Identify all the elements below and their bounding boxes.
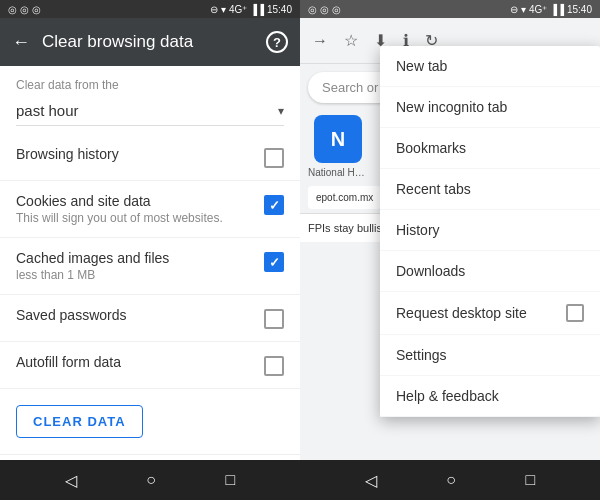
recents-nav-icon[interactable]: □ <box>226 471 236 489</box>
dropdown-menu: New tab New incognito tab Bookmarks Rece… <box>380 46 600 417</box>
back-button[interactable]: ← <box>12 32 30 53</box>
right-nav-bar: ◁ ○ □ <box>300 460 600 500</box>
left-toolbar: ← Clear browsing data ? <box>0 18 300 66</box>
menu-item-recent-tabs-label: Recent tabs <box>396 181 584 197</box>
menu-item-incognito[interactable]: New incognito tab <box>380 87 600 128</box>
menu-item-bookmarks[interactable]: Bookmarks <box>380 128 600 169</box>
request-desktop-checkbox[interactable] <box>566 304 584 322</box>
menu-item-settings-label: Settings <box>396 347 584 363</box>
menu-item-new-tab[interactable]: New tab <box>380 46 600 87</box>
left-status-right: ⊖ ▾ 4G⁺ ▐▐ 15:40 <box>210 4 292 15</box>
home-nav-icon[interactable]: ○ <box>146 471 156 489</box>
tile-national-hurricane[interactable]: N National Hurricane C... <box>308 115 368 178</box>
saved-passwords-checkbox[interactable] <box>264 309 284 329</box>
cookies-item[interactable]: Cookies and site data This will sign you… <box>0 181 300 238</box>
right-status-left: ◎ ◎ ◎ <box>308 4 341 15</box>
time-range-section: Clear data from the past hour ▾ <box>0 66 300 134</box>
autofill-label: Autofill form data <box>16 354 256 370</box>
saved-passwords-item[interactable]: Saved passwords <box>0 295 300 342</box>
forward-icon[interactable]: → <box>308 28 332 54</box>
back-nav-icon[interactable]: ◁ <box>65 471 77 490</box>
clear-data-button[interactable]: CLEAR DATA <box>16 405 143 438</box>
clear-btn-section: CLEAR DATA <box>0 389 300 454</box>
browsing-history-checkbox[interactable] <box>264 148 284 168</box>
browsing-history-item[interactable]: Browsing history <box>0 134 300 181</box>
menu-item-downloads-label: Downloads <box>396 263 584 279</box>
browsing-history-label: Browsing history <box>16 146 256 162</box>
tile-n-label: National Hurricane C... <box>308 167 368 178</box>
left-panel: ◎ ◎ ◎ ⊖ ▾ 4G⁺ ▐▐ 15:40 ← Clear browsing … <box>0 0 300 500</box>
cookies-label: Cookies and site data <box>16 193 256 209</box>
menu-item-new-tab-label: New tab <box>396 58 584 74</box>
page-title: Clear browsing data <box>42 32 254 52</box>
content-area: Clear data from the past hour ▾ Browsing… <box>0 66 300 460</box>
left-status-bar: ◎ ◎ ◎ ⊖ ▾ 4G⁺ ▐▐ 15:40 <box>0 0 300 18</box>
content-item-epot: epot.com.mx <box>308 186 381 209</box>
autofill-checkbox[interactable] <box>264 356 284 376</box>
menu-item-downloads[interactable]: Downloads <box>380 251 600 292</box>
right-status-bar: ◎ ◎ ◎ ⊖ ▾ 4G⁺ ▐▐ 15:40 <box>300 0 600 18</box>
cached-sub: less than 1 MB <box>16 268 256 282</box>
time-range-select[interactable]: past hour ▾ <box>16 96 284 126</box>
cookies-sub: This will sign you out of most websites. <box>16 211 256 225</box>
saved-passwords-label: Saved passwords <box>16 307 256 323</box>
right-status-right: ⊖ ▾ 4G⁺ ▐▐ 15:40 <box>510 4 592 15</box>
right-back-nav-icon[interactable]: ◁ <box>365 471 377 490</box>
menu-item-request-desktop[interactable]: Request desktop site <box>380 292 600 335</box>
left-status-left: ◎ ◎ ◎ <box>8 4 41 15</box>
time-range-label: Clear data from the <box>16 78 284 92</box>
bookmark-icon[interactable]: ☆ <box>340 27 362 54</box>
right-panel: ◎ ◎ ◎ ⊖ ▾ 4G⁺ ▐▐ 15:40 → ☆ ⬇ ℹ ↻ Search … <box>300 0 600 500</box>
menu-item-request-desktop-label: Request desktop site <box>396 305 566 321</box>
menu-item-recent-tabs[interactable]: Recent tabs <box>380 169 600 210</box>
menu-item-settings[interactable]: Settings <box>380 335 600 376</box>
left-nav-bar: ◁ ○ □ <box>0 460 300 500</box>
time-range-value: past hour <box>16 102 79 119</box>
cached-item[interactable]: Cached images and files less than 1 MB <box>0 238 300 295</box>
dropdown-arrow-icon: ▾ <box>278 104 284 118</box>
cached-checkbox[interactable] <box>264 252 284 272</box>
right-recents-nav-icon[interactable]: □ <box>526 471 536 489</box>
help-button[interactable]: ? <box>266 31 288 53</box>
menu-item-bookmarks-label: Bookmarks <box>396 140 584 156</box>
cached-label: Cached images and files <box>16 250 256 266</box>
menu-item-history[interactable]: History <box>380 210 600 251</box>
right-home-nav-icon[interactable]: ○ <box>446 471 456 489</box>
cookies-checkbox[interactable] <box>264 195 284 215</box>
autofill-item[interactable]: Autofill form data <box>0 342 300 389</box>
menu-item-help[interactable]: Help & feedback <box>380 376 600 417</box>
menu-item-history-label: History <box>396 222 584 238</box>
tile-n-icon: N <box>314 115 362 163</box>
menu-item-incognito-label: New incognito tab <box>396 99 584 115</box>
menu-item-help-label: Help & feedback <box>396 388 584 404</box>
